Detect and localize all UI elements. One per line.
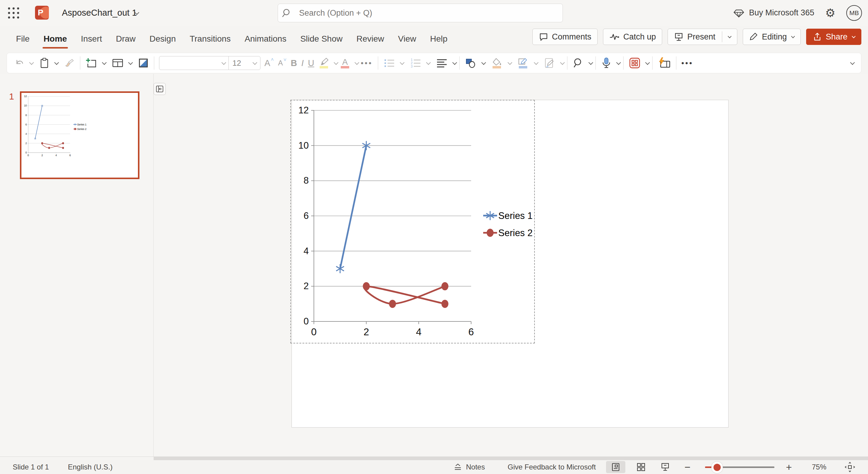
quick-actions-button[interactable]	[655, 55, 673, 71]
search-input[interactable]: Search (Option + Q)	[278, 4, 563, 22]
dictate-dropdown-chevron-icon[interactable]	[616, 60, 621, 65]
menu-item-view[interactable]: View	[391, 26, 423, 52]
bold-button[interactable]: B	[288, 55, 299, 71]
menu-item-file[interactable]: File	[9, 26, 36, 52]
highlight-icon	[318, 57, 329, 69]
shapes-dropdown-chevron-icon[interactable]	[481, 60, 486, 65]
shape-outline-dropdown-chevron-icon[interactable]	[534, 60, 538, 65]
new-slide-button[interactable]	[83, 55, 100, 71]
font-controls: 12	[159, 56, 260, 70]
fit-slide-icon	[844, 462, 855, 473]
svg-text:8: 8	[25, 114, 27, 117]
font-color-button[interactable]: A	[338, 55, 352, 71]
zoom-out-button[interactable]: −	[684, 460, 690, 474]
paste-button[interactable]	[37, 55, 52, 71]
slide-counter[interactable]: Slide 1 of 1	[13, 460, 49, 474]
present-button[interactable]: Present	[668, 29, 737, 45]
thumbnail-chart: 0246810120246Series 1Series 2	[22, 94, 87, 158]
catch-up-button[interactable]: Catch up	[603, 29, 662, 45]
designer-dropdown-chevron-icon[interactable]	[645, 60, 650, 65]
horizontal-scrollbar[interactable]	[154, 457, 868, 460]
powerpoint-logo-icon[interactable]: P	[35, 6, 49, 20]
shape-fill-button[interactable]	[489, 55, 505, 71]
collapse-ribbon-button[interactable]	[846, 55, 856, 71]
pencil-icon	[749, 32, 758, 42]
bullets-dropdown-chevron-icon[interactable]	[400, 60, 404, 65]
font-size-select[interactable]: 12	[229, 56, 260, 70]
font-name-select[interactable]	[159, 56, 229, 70]
settings-gear-icon[interactable]: ⚙	[825, 6, 835, 20]
app-launcher-icon[interactable]	[7, 6, 21, 20]
share-button[interactable]: Share	[806, 29, 861, 45]
svg-text:8: 8	[304, 175, 309, 186]
menu-item-insert[interactable]: Insert	[74, 26, 109, 52]
zoom-in-button[interactable]: +	[786, 460, 792, 474]
grow-font-button[interactable]: A˄	[262, 55, 276, 71]
account-avatar[interactable]: MB	[846, 5, 862, 21]
menu-item-draw[interactable]: Draw	[109, 26, 143, 52]
workspace: 1 0246810120246Series 1Series 2 02468101…	[0, 74, 868, 457]
find-dropdown-chevron-icon[interactable]	[588, 60, 593, 65]
italic-button[interactable]: I	[299, 55, 306, 71]
numbering-dropdown-chevron-icon[interactable]	[426, 60, 431, 65]
numbering-button[interactable]: 1 2 3	[407, 55, 424, 71]
menu-item-review[interactable]: Review	[349, 26, 391, 52]
shrink-font-button[interactable]: A˅	[276, 55, 288, 71]
new-slide-dropdown-chevron-icon[interactable]	[102, 60, 107, 65]
slide-sorter-view-button[interactable]	[631, 461, 651, 473]
underline-button[interactable]: U	[306, 55, 316, 71]
menu-item-design[interactable]: Design	[143, 26, 183, 52]
shape-effects-dropdown-chevron-icon[interactable]	[560, 60, 565, 65]
svg-text:4: 4	[416, 326, 421, 337]
paste-dropdown-chevron-icon[interactable]	[54, 60, 59, 65]
shape-fill-dropdown-chevron-icon[interactable]	[507, 60, 512, 65]
svg-text:10: 10	[24, 104, 27, 107]
format-painter-button[interactable]	[62, 55, 77, 71]
language-status[interactable]: English (U.S.)	[68, 460, 113, 474]
undo-button[interactable]	[12, 55, 27, 71]
buy-microsoft-365-button[interactable]: Buy Microsoft 365	[733, 7, 814, 19]
shape-outline-button[interactable]	[515, 55, 531, 71]
svg-text:0: 0	[25, 151, 27, 154]
menu-item-animations[interactable]: Animations	[238, 26, 293, 52]
normal-view-button[interactable]	[606, 461, 625, 473]
clipboard-icon	[39, 57, 50, 69]
menu-item-transitions[interactable]: Transitions	[183, 26, 238, 52]
slide-thumbnail[interactable]: 0246810120246Series 1Series 2	[20, 91, 140, 179]
more-commands-button[interactable]: •••	[679, 55, 695, 71]
notes-icon	[453, 463, 462, 471]
menu-item-slide-show[interactable]: Slide Show	[293, 26, 349, 52]
bullets-button[interactable]	[381, 55, 398, 71]
zoom-slider-thumb[interactable]	[711, 462, 723, 473]
menu-item-home[interactable]: Home	[36, 26, 74, 52]
notes-toggle[interactable]: Notes	[453, 460, 485, 474]
chart-object[interactable]: 0246810120246Series 1Series 2	[290, 100, 535, 343]
top-app-bar: P AsposeChart_out 1 Search (Option + Q) …	[0, 0, 868, 26]
share-dropdown-chevron-icon[interactable]	[852, 34, 856, 38]
layout-button[interactable]	[110, 55, 126, 71]
dictate-button[interactable]	[599, 55, 614, 71]
shapes-button[interactable]	[463, 55, 479, 71]
present-dropdown-chevron-icon[interactable]	[728, 34, 732, 38]
align-dropdown-chevron-icon[interactable]	[452, 60, 457, 65]
fit-to-window-button[interactable]	[844, 460, 855, 474]
editing-dropdown-chevron-icon[interactable]	[791, 34, 795, 38]
undo-dropdown-chevron-icon[interactable]	[29, 60, 34, 65]
more-font-options-button[interactable]: •••	[359, 55, 375, 71]
slideshow-view-button[interactable]	[655, 461, 675, 473]
editing-mode-button[interactable]: Editing	[743, 29, 801, 45]
menu-item-help[interactable]: Help	[423, 26, 455, 52]
align-button[interactable]	[434, 55, 450, 71]
background-format-button[interactable]	[136, 55, 151, 71]
comments-button[interactable]: Comments	[532, 29, 598, 45]
highlight-button[interactable]	[316, 55, 331, 71]
svg-text:6: 6	[468, 326, 474, 337]
shape-effects-button[interactable]	[541, 55, 558, 71]
document-title[interactable]: AsposeChart_out 1	[62, 8, 137, 18]
editing-canvas[interactable]: 0246810120246Series 1Series 2	[154, 74, 868, 457]
zoom-level[interactable]: 75%	[812, 460, 826, 474]
layout-dropdown-chevron-icon[interactable]	[128, 60, 133, 65]
designer-button[interactable]	[626, 55, 643, 71]
feedback-link[interactable]: Give Feedback to Microsoft	[508, 460, 596, 474]
find-button[interactable]	[570, 55, 586, 71]
